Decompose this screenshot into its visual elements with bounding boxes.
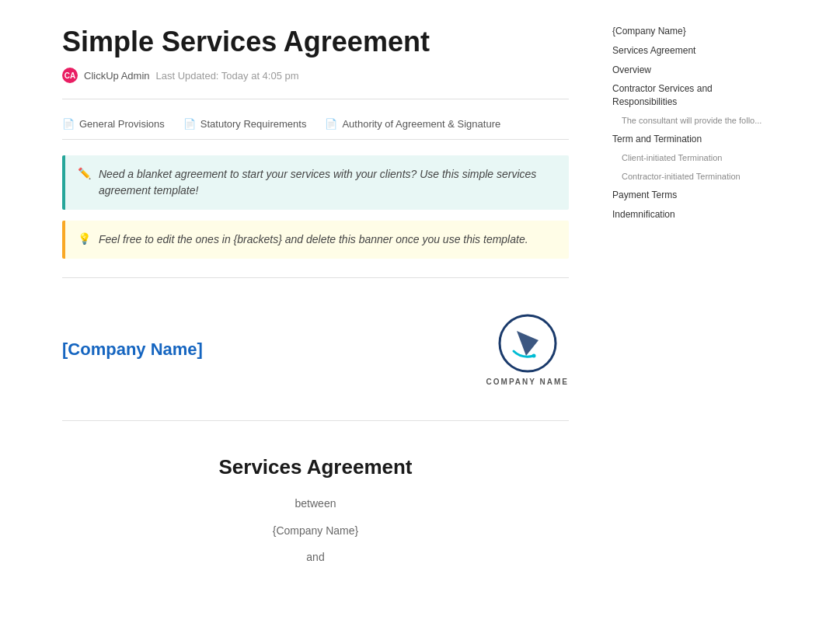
toc-item-contractor-termination[interactable]: Contractor-initiated Termination [612, 171, 765, 183]
avatar: CA [62, 68, 78, 83]
tab-label-2: Statutory Requirements [200, 118, 307, 130]
callout-yellow: 💡 Feel free to edit the ones in {bracket… [62, 221, 569, 259]
logo-area: COMPANY NAME [486, 312, 569, 386]
toc-item-indemnification[interactable]: Indemnification [612, 208, 765, 221]
sidebar-toc: {Company Name} Services Agreement Overvi… [606, 0, 777, 623]
toc-item-company-name[interactable]: {Company Name} [612, 25, 765, 38]
logo-company-name: COMPANY NAME [486, 378, 569, 386]
tabs-row: 📄 General Provisions 📄 Statutory Require… [62, 109, 569, 140]
page-title: Simple Services Agreement [62, 25, 569, 58]
edit-icon: ✏️ [78, 167, 91, 179]
doc-and-label: and [62, 548, 569, 566]
callout-teal-text: Need a blanket agreement to start your s… [99, 166, 556, 199]
toc-item-client-termination[interactable]: Client-initiated Termination [612, 152, 765, 164]
doc-content: Services Agreement between {Company Name… [62, 440, 569, 590]
toc-item-term-termination[interactable]: Term and Termination [612, 133, 765, 146]
toc-item-consultant-sub[interactable]: The consultant will provide the follo... [612, 115, 765, 127]
last-updated: Last Updated: Today at 4:05 pm [156, 70, 299, 82]
toc-item-payment-terms[interactable]: Payment Terms [612, 189, 765, 202]
toc-item-services-agreement[interactable]: Services Agreement [612, 44, 765, 57]
tab-doc-icon-3: 📄 [325, 118, 337, 130]
title-divider [62, 99, 569, 99]
main-content: Simple Services Agreement CA ClickUp Adm… [0, 0, 606, 623]
toc-item-contractor-services[interactable]: Contractor Services and Responsibilities [612, 82, 765, 109]
company-section: [Company Name] COMPANY NAME [62, 297, 569, 402]
section-divider-1 [62, 277, 569, 278]
tab-authority-signature[interactable]: 📄 Authority of Agreement & Signature [325, 118, 500, 130]
tab-general-provisions[interactable]: 📄 General Provisions [62, 118, 165, 130]
author-name: ClickUp Admin [84, 70, 150, 82]
tab-doc-icon-1: 📄 [62, 118, 75, 130]
section-divider-2 [62, 420, 569, 421]
doc-title: Services Agreement [62, 455, 569, 479]
tab-statutory-requirements[interactable]: 📄 Statutory Requirements [183, 118, 307, 130]
callout-teal: ✏️ Need a blanket agreement to start you… [62, 155, 569, 210]
company-name-link[interactable]: [Company Name] [62, 339, 203, 360]
author-row: CA ClickUp Admin Last Updated: Today at … [62, 68, 569, 83]
lightbulb-icon: 💡 [78, 232, 91, 245]
doc-company-placeholder: {Company Name} [62, 522, 569, 539]
tab-label-1: General Provisions [79, 118, 165, 130]
svg-point-1 [532, 354, 535, 358]
toc-item-overview[interactable]: Overview [612, 64, 765, 77]
tab-doc-icon-2: 📄 [183, 118, 196, 130]
doc-between-label: between [62, 495, 569, 512]
company-logo [497, 312, 559, 374]
tab-label-3: Authority of Agreement & Signature [342, 118, 500, 130]
callout-yellow-text: Feel free to edit the ones in {brackets}… [99, 231, 528, 248]
